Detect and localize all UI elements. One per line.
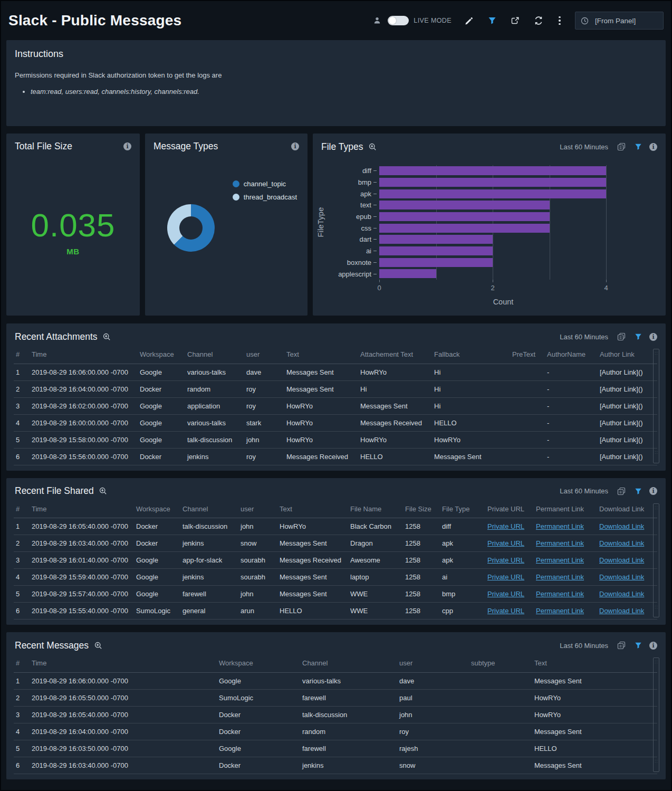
zoom-panel-icon[interactable] <box>101 331 113 342</box>
table-cell: Messages Sent <box>532 757 657 774</box>
column-header-fallback: Fallback <box>432 346 510 364</box>
table-row[interactable]: 22019-08-29 16:05:50.000 -0700SumoLogicf… <box>14 689 657 706</box>
table-cell: Black Carbon <box>348 518 403 535</box>
permanent-link-link[interactable]: Permanent Link <box>536 539 584 547</box>
table-row[interactable]: 52019-08-29 16:03:50.000 -0700Googlefare… <box>14 740 657 757</box>
info-icon[interactable]: i <box>123 142 131 150</box>
copy-panel-icon[interactable] <box>616 141 627 153</box>
bar-text[interactable] <box>379 201 550 209</box>
table-cell: 2019-08-29 16:03:40.000 -0700 <box>30 757 217 774</box>
table-row[interactable]: 12019-08-29 16:05:40.000 -0700Dockertalk… <box>14 518 657 535</box>
table-row[interactable]: 12019-08-29 16:06:00.000 -0700Googlevari… <box>14 364 657 380</box>
live-mode-toggle[interactable] <box>388 16 409 25</box>
table-scrollbar[interactable] <box>653 657 659 772</box>
user-icon[interactable] <box>371 15 383 26</box>
table-scrollbar[interactable] <box>653 503 659 618</box>
table-cell: Download Link <box>597 569 657 586</box>
page-title: Slack - Public Messages <box>8 12 181 29</box>
download-link-link[interactable]: Download Link <box>599 607 644 615</box>
table-cell: app-for-slack <box>180 552 238 569</box>
download-link-link[interactable]: Download Link <box>599 573 644 581</box>
table-cell: Docker <box>134 535 180 552</box>
info-icon[interactable]: i <box>649 487 657 495</box>
table-row[interactable]: 32019-08-29 16:02:00.000 -0700Googleappl… <box>14 397 657 414</box>
table-cell: roy <box>397 723 469 740</box>
download-link-link[interactable]: Download Link <box>599 539 644 547</box>
column-header-private-url: Private URL <box>485 500 534 518</box>
permanent-link-link[interactable]: Permanent Link <box>536 573 584 581</box>
bar-bmp[interactable] <box>379 178 606 187</box>
bar-diff[interactable] <box>379 166 606 175</box>
private-url-link[interactable]: Private URL <box>487 539 524 547</box>
table-row[interactable]: 42019-08-29 15:59:40.000 -0700Googlejenk… <box>14 569 657 586</box>
column-header-time: Time <box>30 500 134 518</box>
column-header-text: Text <box>532 654 657 672</box>
edit-pencil-icon[interactable] <box>463 15 475 26</box>
download-link-link[interactable]: Download Link <box>599 590 644 598</box>
copy-panel-icon[interactable] <box>616 331 627 342</box>
table-row[interactable]: 62019-08-29 15:56:00.000 -0700Dockerjenk… <box>14 448 657 465</box>
bar-css[interactable] <box>379 224 550 233</box>
table-row[interactable]: 42019-08-29 16:00:00.000 -0700Googlevari… <box>14 414 657 431</box>
info-icon[interactable]: i <box>649 333 657 341</box>
info-icon[interactable]: i <box>649 143 657 151</box>
table-row[interactable]: 62019-08-29 16:03:40.000 -0700Dockerjenk… <box>14 757 657 774</box>
table-cell: HELLO <box>432 414 510 431</box>
table-cell: Google <box>138 414 185 431</box>
table-cell: - <box>545 414 598 431</box>
table-row[interactable]: 32019-08-29 16:05:40.000 -0700Dockertalk… <box>14 706 657 723</box>
legend-item-channel-topic[interactable]: channel_topic <box>233 180 297 188</box>
copy-panel-icon[interactable] <box>616 485 627 497</box>
file-types-panel: File Types Last 60 Minutes i <box>313 134 666 316</box>
filter-funnel-icon[interactable] <box>632 640 644 651</box>
table-row[interactable]: 32019-08-29 16:01:40.000 -0700Googleapp-… <box>14 552 657 569</box>
bar-boxnote[interactable] <box>379 258 493 267</box>
table-scrollbar[interactable] <box>653 349 659 463</box>
table-cell: Hi <box>432 380 510 397</box>
table-row[interactable]: 62019-08-29 15:55:40.000 -0700SumoLogicg… <box>14 603 657 620</box>
bar-dart[interactable] <box>379 235 493 244</box>
kebab-menu-icon[interactable] <box>556 16 563 25</box>
filter-funnel-icon[interactable] <box>632 331 644 342</box>
info-icon[interactable]: i <box>649 642 657 650</box>
private-url-link[interactable]: Private URL <box>487 590 524 598</box>
table-row[interactable]: 52019-08-29 15:58:00.000 -0700Googletalk… <box>14 431 657 448</box>
private-url-link[interactable]: Private URL <box>487 522 524 530</box>
download-link-link[interactable]: Download Link <box>599 522 644 530</box>
zoom-panel-icon[interactable] <box>92 640 104 651</box>
permanent-link-link[interactable]: Permanent Link <box>536 522 584 530</box>
zoom-panel-icon[interactable] <box>98 485 109 497</box>
refresh-icon[interactable] <box>533 15 544 26</box>
bar-apk[interactable] <box>379 189 606 198</box>
info-icon[interactable]: i <box>291 142 299 150</box>
table-row[interactable]: 42019-08-29 16:04:00.000 -0700Dockerrand… <box>14 723 657 740</box>
download-link-link[interactable]: Download Link <box>599 556 644 564</box>
time-range-selector[interactable]: [From Panel] <box>575 12 664 30</box>
permanent-link-link[interactable]: Permanent Link <box>536 607 584 615</box>
copy-panel-icon[interactable] <box>616 640 627 651</box>
bar-epub[interactable] <box>379 212 550 221</box>
legend-item-thread-broadcast[interactable]: thread_broadcast <box>233 193 297 201</box>
zoom-panel-icon[interactable] <box>367 141 378 153</box>
filter-funnel-icon[interactable] <box>632 141 644 153</box>
filter-funnel-icon[interactable] <box>632 485 644 497</box>
table-cell: 2019-08-29 16:00:00.000 -0700 <box>30 414 138 431</box>
filter-funnel-icon[interactable] <box>486 15 498 26</box>
permanent-link-link[interactable]: Permanent Link <box>536 590 584 598</box>
table-cell: 2019-08-29 16:03:50.000 -0700 <box>30 740 217 757</box>
bar-applescript[interactable] <box>379 269 436 278</box>
recent-messages-panel: Recent Messages Last 60 Minutes i #TimeW… <box>6 632 666 779</box>
table-row[interactable]: 22019-08-29 16:03:40.000 -0700Dockerjenk… <box>14 535 657 552</box>
private-url-link[interactable]: Private URL <box>487 556 524 564</box>
permanent-link-link[interactable]: Permanent Link <box>536 556 584 564</box>
panel-title: Message Types <box>153 141 218 152</box>
bar-ai[interactable] <box>379 246 493 255</box>
table-row[interactable]: 22019-08-29 16:04:00.000 -0700Dockerrand… <box>14 380 657 397</box>
private-url-link[interactable]: Private URL <box>487 573 524 581</box>
table-row[interactable]: 52019-08-29 15:57:40.000 -0700Googlefare… <box>14 586 657 603</box>
table-row[interactable]: 12019-08-29 16:06:00.000 -0700Googlevari… <box>14 672 657 689</box>
private-url-link[interactable]: Private URL <box>487 607 524 615</box>
share-icon[interactable] <box>510 15 521 26</box>
table-cell: WWE <box>348 586 403 603</box>
table-cell: 2019-08-29 16:05:50.000 -0700 <box>30 689 217 706</box>
